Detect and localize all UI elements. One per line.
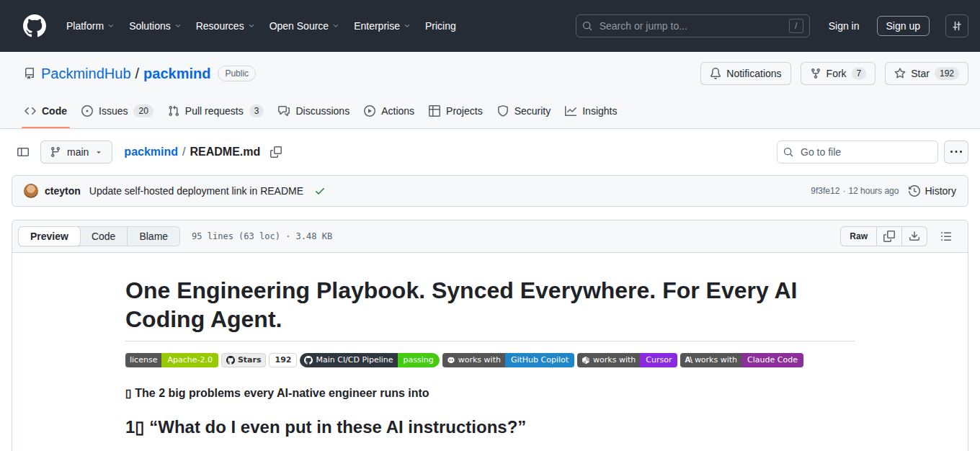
issues-count: 20 (133, 104, 153, 117)
table-icon (429, 105, 440, 117)
nav-item-platform[interactable]: Platform (59, 14, 122, 37)
repo-title: PackmindHub / packmind (41, 66, 210, 82)
badge-pipeline-status: passing (398, 353, 440, 367)
tab-label: Discussions (295, 105, 349, 117)
repo-tab-nav: Code Issues 20 Pull requests 3 Discussio… (12, 94, 968, 128)
history-link[interactable]: History (909, 185, 956, 197)
nav-label: Open Source (270, 20, 329, 32)
check-icon (314, 185, 326, 197)
global-search-input[interactable] (598, 19, 783, 32)
nav-item-enterprise[interactable]: Enterprise (347, 14, 418, 37)
main-content: main packmind / README.md cteyton Update… (0, 129, 980, 451)
repo-name-link[interactable]: packmind (143, 66, 210, 82)
star-button[interactable]: Star 192 (885, 62, 968, 85)
notifications-button[interactable]: Notifications (700, 62, 790, 85)
outline-button[interactable] (935, 226, 958, 246)
tab-label: Pull requests (185, 105, 244, 117)
latest-commit-bar: cteyton Update self-hosted deployment li… (12, 175, 968, 207)
github-logo-icon[interactable] (23, 14, 46, 37)
fork-count: 7 (852, 67, 867, 80)
badge-license-value: Apache-2.0 (161, 353, 218, 367)
view-tab-code[interactable]: Code (80, 227, 127, 246)
list-outline-icon (940, 231, 952, 242)
commit-author-link[interactable]: cteyton (45, 185, 81, 197)
badge-works-with-cursor[interactable]: works with Cursor (577, 353, 677, 367)
bell-icon (710, 68, 721, 79)
copy-icon (883, 231, 895, 242)
file-tree-toggle-button[interactable] (12, 140, 35, 164)
badge-stars-label: Stars (238, 353, 262, 367)
tab-code[interactable]: Code (17, 94, 74, 128)
nav-item-solutions[interactable]: Solutions (122, 14, 189, 37)
nav-item-pricing[interactable]: Pricing (418, 14, 463, 37)
tab-label: Code (42, 105, 67, 117)
commit-meta: 9f3fe12 · 12 hours ago (811, 186, 899, 196)
breadcrumb-repo-link[interactable]: packmind (124, 146, 178, 158)
avatar[interactable] (24, 184, 38, 198)
more-options-button[interactable] (944, 140, 968, 164)
nav-item-open-source[interactable]: Open Source (262, 14, 347, 37)
search-shortcut-key: / (789, 19, 803, 33)
badge-github-stars[interactable]: Stars 192 (221, 353, 298, 367)
repo-title-separator: / (135, 66, 140, 82)
star-icon (894, 68, 906, 79)
copilot-icon (447, 356, 455, 365)
badge-license[interactable]: license Apache-2.0 (125, 353, 218, 367)
commit-time: 12 hours ago (848, 186, 899, 196)
nav-item-resources[interactable]: Resources (189, 14, 262, 37)
badge-stars-count: 192 (269, 353, 297, 367)
badge-copilot-label: works with (458, 353, 501, 367)
question-heading: 1▯ “What do I even put in these AI instr… (125, 417, 855, 437)
view-tab-preview[interactable]: Preview (18, 226, 81, 246)
copy-raw-content-button[interactable] (876, 227, 901, 246)
tab-security[interactable]: Security (490, 94, 558, 128)
badge-pipeline-label: Main CI/CD Pipeline (316, 353, 393, 367)
go-to-file-input[interactable] (799, 146, 932, 158)
search-icon (783, 147, 793, 157)
download-raw-button[interactable] (901, 227, 927, 246)
badge-works-with-claude[interactable]: A\ works with Claude Code (680, 353, 803, 367)
triangle-down-icon (94, 148, 103, 156)
tab-issues[interactable]: Issues 20 (74, 94, 161, 128)
commit-status-check[interactable] (314, 185, 326, 197)
branch-name: main (67, 146, 89, 158)
tab-projects[interactable]: Projects (422, 94, 490, 128)
download-icon (909, 231, 920, 242)
raw-button[interactable]: Raw (841, 227, 876, 246)
history-icon (909, 185, 920, 197)
code-icon (24, 105, 36, 117)
raw-button-group: Raw (840, 226, 927, 246)
badge-claude-value: Claude Code (741, 353, 803, 367)
view-tab-blame[interactable]: Blame (127, 227, 179, 246)
chevron-down-icon (332, 22, 339, 30)
badge-cursor-value: Cursor (640, 353, 677, 367)
global-search[interactable]: / (576, 14, 810, 37)
chevron-down-icon (404, 22, 411, 30)
tab-pull-requests[interactable]: Pull requests 3 (161, 94, 272, 128)
branch-selector-button[interactable]: main (40, 140, 112, 164)
tab-discussions[interactable]: Discussions (271, 94, 357, 128)
shield-icon (497, 105, 509, 117)
sliders-icon (951, 20, 963, 32)
readme-title: One Engineering Playbook. Synced Everywh… (125, 276, 855, 341)
sidebar-panel-icon (17, 146, 29, 158)
tab-insights[interactable]: Insights (558, 94, 624, 128)
kebab-icon (950, 146, 962, 158)
github-octocat-icon (304, 356, 313, 365)
commit-message-link[interactable]: Update self-hosted deployment link in RE… (89, 185, 303, 197)
discussions-icon (278, 105, 290, 117)
tab-actions[interactable]: Actions (357, 94, 422, 128)
claude-logo-icon: A\ (685, 353, 691, 367)
fork-button[interactable]: Fork 7 (801, 62, 876, 85)
sign-in-link[interactable]: Sign in (821, 16, 867, 36)
go-to-file-search[interactable] (777, 140, 938, 164)
commit-sha-link[interactable]: 9f3fe12 (811, 186, 839, 196)
appearance-settings-button[interactable] (945, 14, 968, 37)
badge-works-with-copilot[interactable]: works with GitHub Copilot (442, 353, 574, 367)
badge-ci-pipeline[interactable]: Main CI/CD Pipeline passing (300, 353, 439, 367)
repo-owner-link[interactable]: PackmindHub (41, 66, 131, 82)
sign-up-button[interactable]: Sign up (877, 16, 930, 36)
file-nav-row: main packmind / README.md (12, 140, 968, 164)
copy-path-button[interactable] (270, 146, 282, 158)
git-pull-request-icon (168, 105, 179, 117)
